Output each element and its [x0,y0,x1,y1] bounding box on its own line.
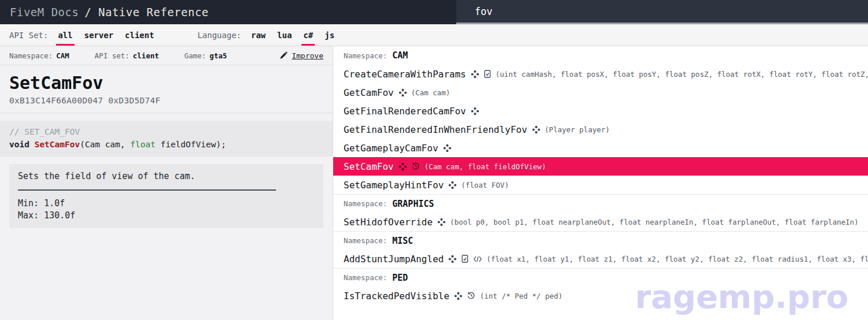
namespace-label: Namespace: [344,236,387,245]
brand-site-name: FiveM Docs [10,6,79,18]
native-row[interactable]: GetFinalRenderedInWhenFriendlyFov(Player… [333,120,868,139]
namespace-value: CAM [392,50,408,61]
native-row[interactable]: IsTrackedPedVisible(int /* Ped */ ped) [333,286,868,305]
meta-label: Namespace: [9,51,53,60]
language-label: Language: [198,24,241,46]
api-set-label: API Set: [9,24,48,46]
native-params: (float FOV) [461,181,509,189]
native-params: (bool p0, bool p1, float nearplaneOut, f… [450,218,858,226]
namespace-row: Namespace:PED [333,268,868,286]
native-params: (Cam cam, float fieldOfView) [424,162,546,171]
native-params: (uint camHash, float posX, float posY, f… [496,70,868,79]
meta-value: CAM [56,51,69,60]
native-name: GetFinalRenderedInWhenFriendlyFov [344,124,527,135]
namespace-value: GRAPHICS [392,199,434,209]
native-name: GetFinalRenderedCamFov [344,106,466,117]
meta-apiset: API set:client [95,51,159,60]
native-name: SetCamFov [344,161,394,172]
filter-bar: API Set: allserverclient Language: rawlu… [0,24,868,46]
native-detail-panel: Namespace:CAMAPI set:clientGame:gta5 Imp… [0,46,333,320]
meta-label: API set: [95,51,129,60]
search-input[interactable] [475,6,848,17]
native-name: GetCamFov [344,87,394,98]
namespace-row: Namespace:GRAPHICS [333,194,868,213]
code-icon [474,256,482,262]
native-row[interactable]: GetGameplayCamFov [333,139,868,157]
gamepad-icon [455,292,462,300]
improve-link-text[interactable]: Improve [292,51,323,60]
native-row[interactable]: AddStuntJumpAngled(float x1, float y1, f… [333,250,868,268]
meta-namespace: Namespace:CAM [9,51,69,60]
native-name: CreateCameraWithParams [344,69,466,80]
namespace-value: PED [392,273,408,283]
gamepad-icon [449,181,456,189]
improve-link[interactable]: Improve [280,51,323,60]
history-icon [467,292,475,300]
namespace-label: Namespace: [344,199,387,208]
doc-check-icon [461,255,468,263]
native-params: (float x1, float y1, float z1, float x2,… [486,255,868,263]
top-bar: FiveM Docs / Native Reference [0,0,868,24]
description-text: Sets the field of view of the cam. [18,170,315,183]
native-row[interactable]: CreateCameraWithParams(uint camHash, flo… [333,65,868,83]
doc-check-icon [484,70,491,78]
native-row[interactable]: SetHidofOverride(bool p0, bool p1, float… [333,213,868,231]
namespace-value: MISC [392,236,413,246]
native-hashes: 0xB13C14F66A00D047 0xD3D5D74F [9,96,323,105]
gamepad-icon [471,107,479,115]
gamepad-icon [444,144,451,152]
filter-language-js[interactable]: js [323,24,336,46]
meta-value: client [133,51,159,60]
description-max: Max: 130.0f [18,210,315,222]
native-params: (int /* Ped */ ped) [480,292,562,300]
meta-label: Game: [184,51,206,60]
gamepad-icon [438,218,445,226]
gamepad-icon [399,163,407,170]
namespace-label: Namespace: [344,273,387,282]
namespace-row: Namespace:MISC [333,231,868,250]
divider [0,113,333,113]
code-block: // SET_CAM_FOV void SetCamFov(Cam cam, f… [0,121,333,157]
native-meta-row: Namespace:CAMAPI set:clientGame:gta5 Imp… [0,46,333,65]
gamepad-icon [471,70,479,78]
native-row[interactable]: GetFinalRenderedCamFov [333,102,868,120]
code-signature: void SetCamFov(Cam cam, float fieldOfVie… [9,139,323,151]
native-name: GetGameplayCamFov [344,143,438,154]
history-icon [412,162,420,170]
native-name: SetGameplayHintFov [344,180,444,191]
meta-value: gta5 [210,51,227,60]
native-name: IsTrackedPedVisible [344,291,449,302]
filter-api-set-all[interactable]: all [56,24,74,46]
filter-language-raw[interactable]: raw [249,24,267,46]
brand-section-name: / Native Reference [84,6,208,18]
brand-link[interactable]: FiveM Docs / Native Reference [0,0,456,24]
native-row[interactable]: SetGameplayHintFov(float FOV) [333,176,868,194]
namespace-label: Namespace: [344,51,387,60]
native-name: SetHidofOverride [344,217,433,228]
native-params: (Cam cam) [411,88,450,97]
code-comment: // SET_CAM_FOV [9,126,323,139]
filter-api-set-client[interactable]: client [123,24,156,46]
native-name: AddStuntJumpAngled [344,254,444,265]
meta-game: Game:gta5 [184,51,227,60]
gamepad-icon [449,255,456,263]
search-bar[interactable] [456,0,868,24]
native-row[interactable]: GetCamFov(Cam cam) [333,83,868,102]
filter-language-lua[interactable]: lua [275,24,293,46]
gamepad-icon [399,89,407,96]
namespace-row: Namespace:CAM [333,46,868,65]
description-divider [18,189,276,191]
description-min: Min: 1.0f [18,198,315,210]
gamepad-icon [532,126,540,133]
filter-api-set-server[interactable]: server [83,24,116,46]
page-title: SetCamFov [9,73,323,93]
api-set-filter-group: API Set: allserverclient [9,24,164,46]
search-results-panel: Namespace:CAMCreateCameraWithParams(uint… [333,46,868,320]
language-filter-group: Language: rawluac#js [198,24,344,46]
filter-language-csharp[interactable]: c# [301,24,315,46]
native-params: (Player player) [545,125,610,134]
native-row[interactable]: SetCamFov(Cam cam, float fieldOfView) [333,157,868,176]
pencil-icon [280,51,288,59]
description-box: Sets the field of view of the cam. Min: … [9,164,323,229]
